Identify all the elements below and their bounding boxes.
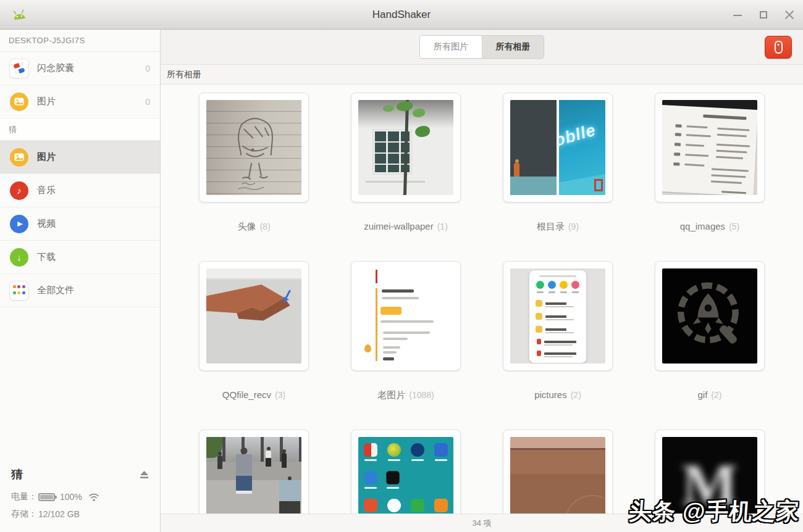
album-thumbnail-qqfile[interactable]	[199, 261, 309, 371]
sidebar-item-music[interactable]: ♪ 音乐	[0, 174, 160, 207]
sidebar-item-pictures-device[interactable]: 图片	[0, 141, 160, 174]
gif-thumb-art	[662, 268, 757, 364]
list-thumb-art	[510, 268, 605, 364]
device-section-label: 猜	[0, 118, 160, 141]
yellow-drop	[364, 344, 371, 352]
album-count: (9)	[568, 222, 579, 231]
phone-screenshot	[529, 270, 586, 363]
album-count: (2)	[571, 390, 581, 400]
album-card-partial	[178, 430, 330, 513]
album-card: 头像 (8)	[178, 93, 330, 261]
music-icon: ♪	[10, 181, 28, 200]
wifi-icon	[88, 493, 99, 502]
battery-status: 电量： 100%	[11, 491, 149, 502]
sidebar-item-count: 0	[145, 64, 150, 73]
album-card: zuimei-wallpaper (1)	[330, 93, 482, 261]
capsule-red-button[interactable]	[765, 36, 792, 59]
maximize-button[interactable]	[759, 10, 768, 20]
album-thumbnail-homescreen[interactable]	[351, 430, 461, 513]
video-icon: ▶	[10, 215, 28, 233]
album-card: qq_images (5)	[634, 93, 786, 261]
battery-label: 电量：	[11, 491, 37, 502]
albums-grid: 头像 (8)	[178, 93, 786, 513]
battery-icon	[38, 493, 55, 501]
device-name: 猜	[11, 467, 23, 483]
album-label: 根目录 (9)	[537, 221, 579, 233]
album-card-partial	[330, 430, 482, 513]
document-thumb-art	[662, 100, 757, 195]
sidebar-item-label: 全部文件	[37, 285, 150, 296]
album-label: QQfile_recv (3)	[222, 389, 285, 400]
album-name: pictures	[534, 389, 567, 400]
album-name: 根目录	[537, 221, 565, 233]
main-panel: 所有图片 所有相册 所有相册	[161, 30, 803, 532]
album-count: (1)	[437, 222, 448, 231]
album-thumbnail-oldpics[interactable]	[351, 261, 461, 371]
album-thumbnail-pictures[interactable]	[503, 261, 613, 371]
album-name: 头像	[237, 221, 256, 233]
album-label: qq_images (5)	[680, 221, 740, 231]
sidebar-item-download[interactable]: ↓ 下载	[0, 241, 160, 274]
album-thumbnail-wallpaper[interactable]	[351, 93, 461, 202]
blue-arrow	[283, 290, 291, 303]
sidebar-item-label: 图片	[37, 151, 150, 163]
album-count: (1088)	[409, 390, 434, 400]
album-card: QQfile_recv (3)	[178, 261, 330, 430]
sidebar-item-count: 0	[145, 97, 150, 107]
rocket-q-logo	[670, 276, 750, 356]
album-name: 老图片	[377, 389, 405, 401]
sidebar-item-label: 下载	[37, 251, 150, 263]
sidebar-item-idea-capsule[interactable]: 闪念胶囊 0	[0, 52, 160, 85]
storage-status: 存储： 12/102 GB	[11, 509, 149, 520]
album-thumbnail-leather[interactable]	[503, 430, 613, 513]
album-name: zuimei-wallpaper	[364, 221, 434, 231]
eject-icon[interactable]	[140, 470, 149, 479]
album-thumbnail-qqimages[interactable]	[655, 93, 765, 202]
album-count: (8)	[259, 222, 270, 231]
storage-value: 12/102 GB	[38, 509, 80, 519]
album-card: 老图片 (1088)	[330, 261, 482, 430]
sidebar-item-pictures-computer[interactable]: 图片 0	[0, 85, 160, 118]
close-button[interactable]	[784, 10, 794, 20]
sidebar-item-video[interactable]: ▶ 视频	[0, 207, 160, 241]
album-thumbnail-sketch[interactable]	[199, 93, 309, 202]
toolbar: 所有图片 所有相册	[161, 30, 803, 65]
album-name: QQfile_recv	[222, 389, 271, 400]
pencil-sketch-face	[206, 100, 301, 195]
wallpaper-thumb-art	[358, 100, 453, 195]
album-card: pictures (2)	[482, 261, 634, 430]
sidebar-item-label: 视频	[37, 218, 150, 230]
homescreen-thumb-art	[358, 437, 453, 513]
album-count: (3)	[275, 390, 285, 400]
street-thumb-art	[206, 437, 301, 513]
album-card: gif (2)	[634, 261, 786, 430]
neon-text: oblle	[559, 120, 598, 151]
album-count: (2)	[711, 390, 721, 400]
album-label: gif (2)	[698, 389, 722, 400]
window-controls	[733, 0, 794, 30]
album-thumbnail-gif[interactable]	[655, 261, 765, 371]
sidebar-item-label: 图片	[37, 96, 145, 107]
sidebar-item-all-files[interactable]: 全部文件	[0, 274, 160, 307]
album-name: qq_images	[680, 221, 725, 231]
battery-percent: 100%	[60, 492, 82, 502]
yellow-button	[380, 307, 402, 315]
images-icon	[10, 93, 28, 111]
watermark: 头条 @手机之家	[628, 496, 801, 527]
album-thumbnail-root[interactable]: oblle	[503, 93, 613, 202]
computer-name: DESKTOP-J5JGI7S	[0, 30, 160, 52]
album-thumbnail-street[interactable]	[199, 430, 309, 513]
view-switcher: 所有图片 所有相册	[419, 35, 544, 59]
tab-all-albums[interactable]: 所有相册	[482, 36, 544, 58]
album-label: 头像 (8)	[237, 221, 270, 233]
album-name: gif	[698, 389, 708, 400]
album-label: 老图片 (1088)	[377, 389, 434, 401]
storage-label: 存储：	[11, 509, 37, 520]
section-header: 所有相册	[161, 65, 803, 85]
tab-all-pictures[interactable]: 所有图片	[420, 36, 482, 58]
titlebar: HandShaker	[0, 0, 803, 30]
minimize-button[interactable]	[733, 10, 742, 20]
capsule-icon	[10, 59, 28, 78]
leather-thumb-art	[510, 437, 605, 513]
phone-icon	[775, 41, 783, 54]
